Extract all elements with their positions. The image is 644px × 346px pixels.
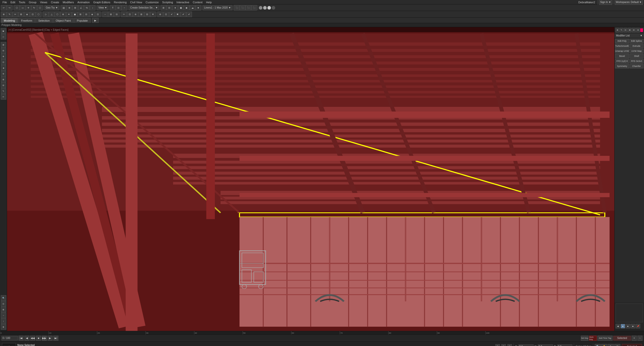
tool18[interactable]: ⊞ [108,12,114,17]
time-input[interactable] [2,336,18,340]
render-type-4[interactable]: ⬛ [251,5,257,11]
color-swatch-4[interactable] [272,6,275,10]
viewport-nav-6[interactable]: ⊕ [1,324,6,330]
tab-object-paint[interactable]: Object Paint [53,18,74,23]
mode-btn-3[interactable]: ⊡ [507,344,512,346]
tool19[interactable]: ⊟ [114,12,119,17]
left-tool-8[interactable]: ⊛ [1,71,6,76]
color-swatch-2[interactable] [263,6,267,10]
left-tool-11[interactable]: ✎ [1,88,6,94]
modifier-ffd-3x3[interactable]: FFD 3x3x3 [630,59,644,63]
tool15[interactable]: ◈ [89,12,95,17]
stop-button[interactable]: ■ [36,336,41,341]
tab-modeling[interactable]: Modeling [1,18,18,23]
rp-tool-1[interactable]: ⊕ [616,28,619,32]
layer-button[interactable]: ▤ [61,5,66,11]
menu-tools[interactable]: Tools [17,1,27,4]
left-tool-2[interactable]: ▷ [1,34,6,39]
prev-frame-button[interactable]: ◀ [24,336,29,341]
nav-minus-button[interactable]: − [637,336,642,341]
rp-nav-select1[interactable]: ■ [621,324,625,328]
nav-add-button[interactable]: + [632,336,637,341]
menu-scripting[interactable]: Scripting [161,1,175,4]
tool26[interactable]: ⊛ [157,12,163,17]
render-button[interactable]: ▶ [184,5,189,11]
tool24[interactable]: ⊟ [144,12,150,17]
tool8[interactable]: △ [49,12,54,17]
rp-color-indicator[interactable] [640,28,643,32]
vp-orbit-button[interactable]: ↻ [608,344,614,346]
curve-editor-button[interactable]: ~ [122,5,127,11]
tool20[interactable]: ✂ [121,12,127,17]
scene-explorer-button[interactable]: ⊟ [167,5,172,11]
tool13[interactable]: ⊞ [78,12,83,17]
play-forward-button[interactable]: ▶▶ [42,336,47,341]
menu-customize[interactable]: Customize [144,1,160,4]
menu-animation[interactable]: Animation [76,1,91,4]
modifier-bevel[interactable]: Bevel [615,54,629,58]
create-selection-dropdown[interactable]: Create Selection Se... ▼ [129,5,159,10]
menu-interactive[interactable]: Interactive [175,1,191,4]
menu-views[interactable]: Views [38,1,49,4]
left-tool-12[interactable]: ✏ [1,94,6,100]
maxscript-mini[interactable]: MAXScript [2,343,16,346]
menu-content[interactable]: Content [191,1,204,4]
modifier-chamfer[interactable]: Chamfer [630,64,644,68]
tool17[interactable]: ↔ [102,12,108,17]
render-type-3[interactable]: ⬛ [246,5,251,11]
tool23[interactable]: ⊞ [139,12,144,17]
paint-button[interactable]: ✎ [7,12,12,17]
tool30[interactable]: ✔ [181,12,186,17]
move-button[interactable]: ✛ [26,5,31,11]
tool7[interactable]: ▷ [43,12,49,17]
menu-graph-editors[interactable]: Graph Editors [92,1,112,4]
rp-tool-5[interactable]: ⊟ [632,28,635,32]
modifier-ffd-cyl[interactable]: FFD (cyl) 8 [615,59,629,63]
viewport[interactable]: [+] [CoronaCam002] [Standard] [Clay + Ed… [7,27,614,331]
tool6[interactable]: ⬡ [36,12,41,17]
menu-rendering[interactable]: Rendering [112,1,128,4]
tool3[interactable]: ⊞ [18,12,24,17]
viewport-nav-5[interactable]: ↕ [1,318,6,324]
z-input[interactable] [557,344,572,346]
viewport-nav-2[interactable]: ⊡ [1,301,6,307]
vp-zoom-button[interactable]: 🔍 [595,344,601,346]
tool21[interactable]: ⊡ [127,12,133,17]
go-end-button[interactable]: ▶| [53,336,58,341]
rp-tool-2[interactable]: ✎ [620,28,623,32]
rotate-button[interactable]: ↻ [31,5,37,11]
left-tool-1[interactable]: ▶ [1,28,6,34]
angle-snap-button[interactable]: ∠ [78,5,84,11]
left-tool-5[interactable]: ⊕ [1,54,6,59]
tool10[interactable]: ⊕ [60,12,66,17]
rp-nav-select2[interactable]: ■ [626,324,630,328]
material-editor-button[interactable]: ● [172,5,178,11]
vp-pan-button[interactable]: ✋ [601,344,607,346]
menu-edit[interactable]: Edit [9,1,17,4]
tool9[interactable]: ⬡ [55,12,60,17]
modifier-list-dropdown[interactable]: ▼ [640,34,642,37]
menu-debramaker[interactable]: DebraMaker2 [577,1,597,4]
mode-btn-2[interactable]: ⊟ [501,344,506,346]
environment-button[interactable]: ☁ [190,5,195,11]
menu-modifiers[interactable]: Modifiers [61,1,75,4]
tool28[interactable]: ✔ [169,12,175,17]
render-type-1[interactable]: ⬛ [234,5,239,11]
tool11[interactable]: ✦ [66,12,72,17]
menu-help[interactable]: Help [205,1,213,4]
viewport-nav-4[interactable]: ↔ [1,313,6,318]
rp-nav-pin[interactable]: 📌 [636,324,640,328]
transform-button[interactable]: ⊕ [67,5,72,11]
select-object-button[interactable]: ⬡ [14,5,20,11]
render-type-2[interactable]: ⬛ [240,5,245,11]
color-swatch-1[interactable] [259,6,262,10]
redo-button[interactable]: ↪ [7,5,12,11]
modifier-shell[interactable]: Shell [630,54,644,58]
modifier-extrude[interactable]: Extrude [630,44,644,48]
tool25[interactable]: ▼ [150,12,156,17]
mode-btn-1[interactable]: ⊞ [495,344,500,346]
tab-freeform[interactable]: Freeform [18,18,35,23]
tool16[interactable]: ⊡ [95,12,101,17]
add-time-tag-button[interactable]: Add Time Tag [597,336,613,341]
rp-tool-6[interactable]: ⊛ [636,28,640,32]
